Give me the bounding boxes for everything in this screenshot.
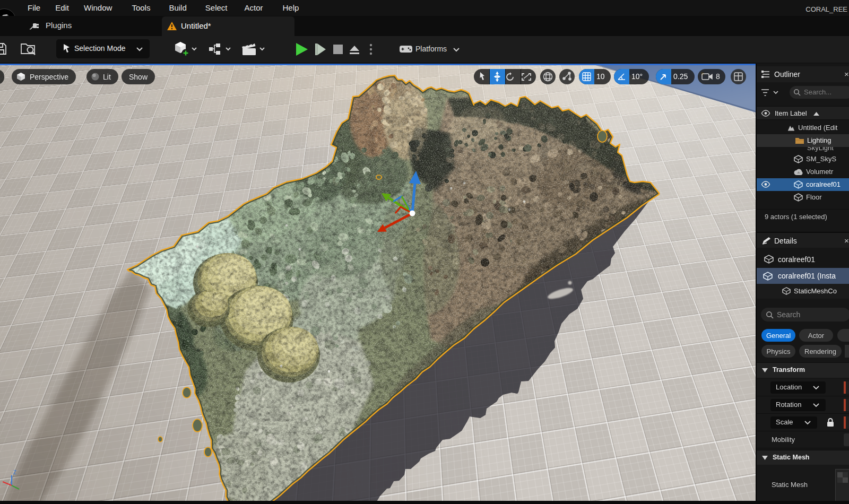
svg-text:Z: Z	[13, 470, 16, 475]
